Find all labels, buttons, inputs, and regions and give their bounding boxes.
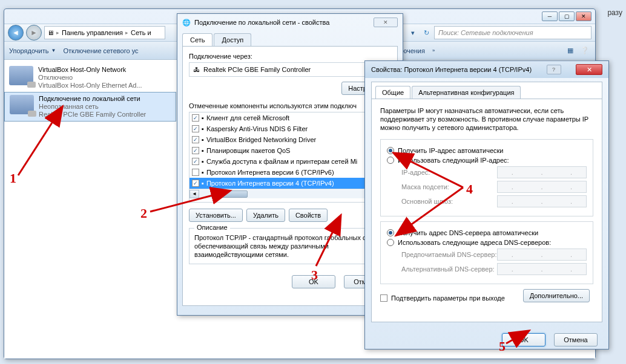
nav-back-button[interactable]: ◄: [8, 25, 24, 41]
protocol-icon: ▪: [202, 136, 204, 143]
gateway-label: Основной шлюз:: [401, 198, 497, 205]
marker-3: 3: [311, 267, 318, 283]
component-row[interactable]: ✓▪Клиент для сетей Microsoft: [189, 112, 390, 123]
disable-device-button[interactable]: Отключение сетевого ус: [63, 47, 138, 54]
component-name: Клиент для сетей Microsoft: [206, 114, 289, 122]
connection-adapter: VirtualBox Host-Only Ethernet Ad...: [38, 82, 171, 89]
protocol-icon: ▪: [202, 147, 204, 154]
connection-status: Отключено: [38, 74, 171, 82]
network-icon: 🌐: [182, 19, 191, 27]
component-row[interactable]: ✓▪VirtualBox Bridged Networking Driver: [189, 134, 390, 145]
ipv4-description: Параметры IP могут назначаться автоматич…: [380, 106, 593, 132]
radio-auto-ip[interactable]: Получить IP-адрес автоматически: [387, 147, 587, 154]
adapter-name: Realtek PCIe GBE Family Controller: [203, 66, 311, 73]
close-button[interactable]: ✕: [576, 11, 591, 21]
connection-item[interactable]: VirtualBox Host-Only Network Отключено V…: [4, 63, 176, 92]
ipv4-properties-dialog: Свойства: Протокол Интернета версии 4 (T…: [364, 60, 609, 349]
network-adapter-icon: [9, 66, 33, 85]
marker-2: 2: [140, 206, 147, 221]
maximize-button[interactable]: ▢: [559, 11, 575, 21]
breadcrumb-item[interactable]: Сеть и: [131, 29, 151, 36]
checkbox-icon[interactable]: ✓: [192, 147, 199, 154]
advanced-button[interactable]: Дополнительно...: [523, 289, 590, 302]
horizontal-scrollbar[interactable]: ◄ ►: [189, 189, 390, 198]
ok-button[interactable]: OK: [502, 333, 545, 346]
breadcrumb[interactable]: 🖥 ▸ Панель управления ▸ Сеть и: [44, 26, 165, 39]
radio-auto-dns[interactable]: Получить адрес DNS-сервера автоматически: [387, 229, 587, 236]
cancel-button[interactable]: Отмена: [554, 333, 598, 346]
connection-title: Подключение по локальной сети: [39, 95, 171, 103]
component-name: Kaspersky Anti-Virus NDIS 6 Filter: [206, 125, 308, 132]
breadcrumb-item[interactable]: Панель управления: [62, 29, 123, 36]
component-name: Протокол Интернета версии 6 (TCP/IPv6): [206, 169, 334, 176]
description-title: Описание: [194, 224, 230, 231]
radio-icon: [387, 157, 394, 164]
search-placeholder: Поиск: Сетевые подключения: [438, 29, 533, 36]
dialog2-titlebar: Свойства: Протокол Интернета версии 4 (T…: [365, 61, 608, 78]
help-icon[interactable]: ❔: [579, 45, 590, 56]
connection-status: Неопознанная сеть: [39, 103, 171, 111]
checkbox-icon[interactable]: ✓: [192, 180, 199, 187]
component-name: Протокол Интернета версии 4 (TCP/IPv4): [206, 180, 334, 187]
ip-address-label: IP-адрес:: [401, 169, 497, 176]
tab-alt-config[interactable]: Альтернативная конфигурация: [412, 86, 521, 99]
close-button[interactable]: ✕: [576, 64, 602, 75]
marker-1: 1: [10, 171, 16, 186]
nav-forward-button[interactable]: ►: [26, 25, 42, 41]
more-icon[interactable]: »: [432, 48, 435, 53]
connect-via-label: Подключение через:: [189, 53, 391, 60]
minimize-button[interactable]: ─: [542, 11, 558, 21]
install-button[interactable]: Установить...: [189, 209, 243, 222]
dns2-input: ...: [497, 263, 587, 275]
connection-adapter: Realtek PCIe GBE Family Controller: [39, 111, 171, 119]
scroll-left-button[interactable]: ◄: [189, 190, 199, 198]
organize-menu[interactable]: Упорядочить▼: [9, 47, 56, 54]
radio-manual-dns[interactable]: Использовать следующие адреса DNS-сервер…: [387, 239, 587, 246]
remove-button[interactable]: Удалить: [246, 209, 285, 222]
component-name: Служба доступа к файлам и принтерам сете…: [206, 158, 357, 165]
tab-general[interactable]: Общие: [375, 86, 410, 99]
protocol-icon: ▪: [202, 114, 204, 122]
component-name: VirtualBox Bridged Networking Driver: [206, 136, 316, 143]
confirm-checkbox[interactable]: Подтвердить параметры при выходе: [380, 294, 505, 302]
checkbox-icon[interactable]: ✓: [192, 136, 199, 143]
ip-address-input: ...: [497, 166, 587, 178]
properties-button[interactable]: Свойств: [289, 209, 328, 222]
dropdown-icon[interactable]: ▾: [407, 27, 418, 38]
checkbox-icon[interactable]: ✓: [192, 114, 199, 122]
components-label: Отмеченные компоненты используются этим …: [189, 102, 391, 109]
component-row[interactable]: ✓▪Служба доступа к файлам и принтерам се…: [189, 156, 390, 167]
checkbox-icon[interactable]: ✓: [192, 125, 199, 132]
tab-network[interactable]: Сеть: [182, 33, 213, 46]
scroll-thumb[interactable]: [211, 190, 248, 198]
dialog2-title: Свойства: Протокол Интернета версии 4 (T…: [371, 66, 532, 73]
marker-4: 4: [466, 181, 473, 197]
protocol-icon: ▪: [202, 125, 204, 132]
component-name: Планировщик пакетов QoS: [206, 147, 291, 154]
checkbox-icon[interactable]: [192, 169, 199, 176]
view-icon[interactable]: ▦: [565, 45, 576, 56]
component-row[interactable]: ✓▪Kaspersky Anti-Virus NDIS 6 Filter: [189, 123, 390, 134]
marker-5: 5: [499, 339, 506, 354]
search-input[interactable]: Поиск: Сетевые подключения: [434, 26, 591, 39]
protocol-icon: ▪: [202, 158, 204, 165]
component-row[interactable]: ✓▪Протокол Интернета версии 4 (TCP/IPv4): [189, 178, 390, 189]
component-row[interactable]: ✓▪Планировщик пакетов QoS: [189, 145, 390, 156]
dialog1-title: Подключение по локальной сети - свойства: [194, 19, 329, 26]
components-list[interactable]: ✓▪Клиент для сетей Microsoft✓▪Kaspersky …: [189, 112, 391, 203]
checkbox-icon[interactable]: ✓: [192, 158, 199, 165]
help-button[interactable]: ?: [547, 65, 561, 74]
tab-access[interactable]: Доступ: [214, 33, 251, 46]
protocol-icon: ▪: [202, 169, 204, 176]
component-row[interactable]: ▪Протокол Интернета версии 6 (TCP/IPv6): [189, 167, 390, 178]
radio-icon: [387, 239, 394, 246]
connection-item-selected[interactable]: Подключение по локальной сети Неопознанн…: [4, 92, 176, 122]
radio-manual-ip[interactable]: Использовать следующий IP-адрес:: [387, 157, 587, 164]
dns1-input: ...: [497, 249, 587, 261]
protocol-icon: ▪: [202, 180, 204, 187]
close-button[interactable]: ✕: [374, 18, 398, 27]
refresh-icon[interactable]: ↻: [421, 27, 432, 38]
description-group: Описание Протокол TCP/IP - стандартный п…: [189, 228, 391, 264]
network-adapter-icon: [10, 95, 34, 114]
page-side-text: разу: [607, 8, 622, 17]
